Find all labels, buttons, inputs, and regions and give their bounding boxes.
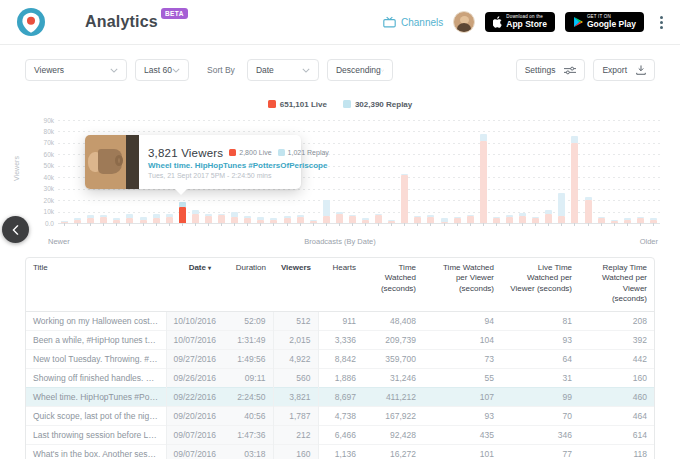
bar-replay[interactable] [179,202,186,207]
bar-live[interactable] [401,175,408,223]
bar-replay[interactable] [140,217,147,219]
bar-live[interactable] [558,216,565,223]
live-swatch [268,100,276,108]
bar-replay[interactable] [166,214,173,217]
x-tick [391,223,392,226]
table-row[interactable]: Quick scope, last pot of the night. #Pot… [26,406,654,425]
bar-replay[interactable] [270,218,277,219]
avatar[interactable] [453,11,475,33]
bar-live[interactable] [336,214,343,223]
bar-replay[interactable] [650,218,657,219]
metric-select[interactable]: Viewers [25,59,127,81]
bar-replay[interactable] [310,220,317,221]
bar-live[interactable] [480,141,487,223]
x-tick [535,223,536,226]
bar-live[interactable] [375,215,382,223]
bar-replay[interactable] [545,210,552,213]
sort-order-select[interactable]: Descending [327,59,393,81]
overflow-menu-icon[interactable] [657,13,666,32]
google-play-badge[interactable]: GET IT ON Google Play [565,12,644,32]
table-cell: 1,886 [318,368,363,387]
bar-replay[interactable] [257,217,264,219]
column-header-duration[interactable]: Duration [218,258,273,311]
bar-replay[interactable] [126,214,133,219]
table-header-row: TitleDate▾DurationViewersHeartsTime Watc… [26,258,654,311]
bar-live[interactable] [192,214,199,223]
bar-replay[interactable] [74,218,81,219]
sort-field-select[interactable]: Date [247,59,319,81]
table-cell: 77 [501,444,579,459]
bar-replay[interactable] [218,214,225,215]
bar-replay[interactable] [519,213,526,216]
bar-live[interactable] [585,200,592,223]
column-header-title[interactable]: Title [26,258,166,311]
table-row[interactable]: Last throwing session before London #Pot… [26,425,654,444]
sort-order-value: Descending [336,65,381,75]
export-button[interactable]: Export [593,59,655,81]
bar-replay[interactable] [297,215,304,217]
bar-replay[interactable] [427,215,434,217]
x-tick [496,223,497,226]
column-header-time[interactable]: Time Watched per Viewer (seconds) [423,258,501,311]
settings-button[interactable]: Settings [516,59,586,81]
bar-live[interactable] [519,216,526,223]
bar-replay[interactable] [375,214,382,215]
bar-replay[interactable] [113,218,120,220]
bar-replay[interactable] [100,215,107,217]
bar-replay[interactable] [388,220,395,221]
bar-replay[interactable] [61,221,68,222]
app-store-badge[interactable]: Download on the App Store [485,12,555,32]
bar-replay[interactable] [571,136,578,143]
bar-replay[interactable] [506,215,513,217]
x-tick [339,223,340,226]
bar-replay[interactable] [624,218,631,219]
bar-live[interactable] [179,207,186,223]
bar-live[interactable] [205,216,212,223]
bar-live[interactable] [545,214,552,223]
bar-replay[interactable] [441,218,448,221]
bar-replay[interactable] [558,193,565,216]
channels-link[interactable]: Channels [383,16,443,28]
table-row[interactable]: What's in the box. Another session this … [26,444,654,459]
periscope-logo-icon[interactable] [17,8,45,36]
bar-replay[interactable] [467,215,474,216]
bar-replay[interactable] [153,214,160,217]
bar-replay[interactable] [192,210,199,213]
bar-replay[interactable] [362,218,369,219]
previous-page-button[interactable] [2,216,29,243]
range-select[interactable]: Last 60 [135,59,189,81]
table-row[interactable]: Been a while, #HipHop tunes throwing. #P… [26,330,654,349]
table-cell: 212 [273,425,318,444]
table-row[interactable]: Working on my Halloween costume. Arduino… [26,311,654,330]
table-row[interactable]: Showing off finished handles. #progressi… [26,368,654,387]
settings-label: Settings [525,65,556,75]
bar-replay[interactable] [611,220,618,221]
bar-live[interactable] [349,216,356,223]
app-store-name: App Store [506,20,547,29]
bar-replay[interactable] [87,215,94,218]
bar-live[interactable] [467,216,474,223]
bar-replay[interactable] [205,214,212,216]
bar-live[interactable] [571,143,578,223]
x-tick [90,223,91,226]
table-cell: 40:56 [218,406,273,425]
column-header-replay[interactable]: Replay Time Watched per Viewer (seconds) [579,258,654,311]
column-header-viewers[interactable]: Viewers [273,258,318,311]
bar-replay[interactable] [401,174,408,175]
table-cell: 460 [579,387,654,406]
bar-live[interactable] [218,215,225,223]
bar-replay[interactable] [480,134,487,141]
bar-replay[interactable] [336,212,343,214]
bar-replay[interactable] [585,197,592,200]
column-header-time[interactable]: Time Watched (seconds) [363,258,423,311]
column-header-date[interactable]: Date▾ [166,258,218,311]
column-header-live[interactable]: Live Time Watched per Viewer (seconds) [501,258,579,311]
column-header-hearts[interactable]: Hearts [318,258,363,311]
bar-replay[interactable] [349,215,356,216]
table-row[interactable]: Wheel time. HipHopTunes #PottersOfPerisc… [26,387,654,406]
table-row[interactable]: New tool Tuesday. Throwing. #PottersOfPe… [26,349,654,368]
bar-live[interactable] [323,216,330,223]
bar-replay[interactable] [231,212,238,218]
bar-replay[interactable] [323,200,330,216]
tooltip-broadcast-title[interactable]: Wheel time. HipHopTunes #PottersOfPerisc… [148,161,292,170]
